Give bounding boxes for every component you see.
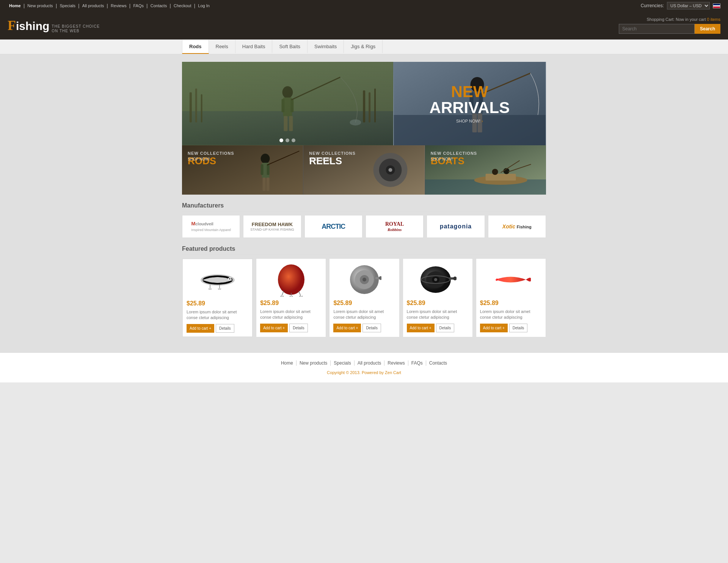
product-3-details[interactable]: Details (362, 324, 381, 332)
nav-rods[interactable]: Rods (182, 40, 209, 54)
manufacturer-arctic[interactable]: ARCTIC (304, 215, 362, 238)
topbar-specials[interactable]: Specials (60, 3, 75, 8)
hero-arrow: › (482, 119, 483, 123)
product-4-price: $25.89 (407, 300, 469, 307)
manufacturer-xotic[interactable]: Xotic Fishing (488, 215, 546, 238)
hero-main-image (182, 62, 393, 145)
product-4-details[interactable]: Details (436, 324, 455, 332)
svg-rect-3 (195, 88, 197, 122)
product-1-price: $25.89 (187, 300, 248, 307)
header: Fishing THE BIGGEST CHOICE ON THE WEB Sh… (0, 11, 728, 39)
nav-reels[interactable]: Reels (209, 40, 235, 53)
collection-boats-shop: SHOP NOW! › (431, 157, 546, 161)
footer-new-products[interactable]: New products (297, 360, 331, 366)
search-button[interactable]: Search (695, 24, 720, 34)
manufacturer-cloudveil[interactable]: Mcloudveil Inspired Mountain Apparel (182, 215, 240, 238)
svg-point-52 (278, 264, 304, 295)
footer-home[interactable]: Home (278, 360, 297, 366)
hero-dot-2[interactable] (286, 138, 289, 142)
cloudveil-logo: Mcloudveil Inspired Mountain Apparel (191, 221, 231, 232)
footer-specials[interactable]: Specials (331, 360, 354, 366)
svg-line-55 (299, 291, 301, 296)
product-2-price: $25.89 (260, 300, 322, 307)
product-5-details[interactable]: Details (509, 324, 528, 332)
manufacturer-freedomhawk[interactable]: FREEDOM HAWK STAND-UP KAYAK FISHING (243, 215, 301, 238)
reel-dark-svg (419, 264, 457, 295)
manufacturers-list: Mcloudveil Inspired Mountain Apparel FRE… (182, 215, 546, 238)
svg-point-37 (389, 168, 392, 172)
manufacturer-royal[interactable]: ROYAL Robbins (366, 215, 424, 238)
nav-jigs-rigs[interactable]: Jigs & Rigs (344, 40, 383, 53)
currencies-label: Currencies: (641, 3, 664, 8)
topbar-new-products[interactable]: New products (27, 3, 53, 8)
bait-svg (276, 263, 306, 297)
topbar-contacts[interactable]: Contacts (151, 3, 167, 8)
nav-soft-baits[interactable]: Soft Baits (272, 40, 308, 53)
footer-nav: Home New products Specials All products … (8, 360, 720, 366)
svg-point-42 (492, 169, 498, 175)
product-4-add-cart[interactable]: Add to cart + (407, 324, 435, 332)
topbar-home[interactable]: Home (9, 3, 21, 8)
footer-contacts[interactable]: Contacts (426, 360, 450, 366)
tagline-line1: THE BIGGEST CHOICE (52, 24, 100, 29)
cart-items-link[interactable]: 0 items (707, 17, 720, 22)
hero-dot-1[interactable] (279, 138, 283, 142)
footer-reviews[interactable]: Reviews (384, 360, 408, 366)
collection-boats[interactable]: NEW COLLECTIONS BOATS SHOP NOW! › (425, 145, 546, 195)
product-5-add-cart[interactable]: Add to cart + (480, 324, 508, 332)
svg-rect-41 (485, 174, 516, 181)
product-1-add-cart[interactable]: Add to cart + (187, 324, 214, 333)
collection-rods-shop: SHOP NOW! › (188, 157, 303, 161)
topbar-faqs[interactable]: FAQs (133, 3, 144, 8)
footer-all-products[interactable]: All products (355, 360, 385, 366)
royal-logo: ROYAL Robbins (385, 221, 404, 232)
svg-line-14 (291, 77, 340, 100)
svg-point-59 (362, 278, 366, 282)
product-3: $25.89 Lorem ipsum dolor sit amet conse … (329, 258, 399, 337)
svg-point-70 (496, 278, 497, 280)
search-input[interactable] (619, 24, 695, 34)
manufacturers-section: Manufacturers Mcloudveil Inspired Mounta… (182, 202, 546, 238)
topbar-reviews[interactable]: Reviews (111, 3, 127, 8)
hero-dot-3[interactable] (292, 138, 295, 142)
svg-rect-5 (363, 90, 365, 123)
product-2: $25.89 Lorem ipsum dolor sit amet conse … (256, 258, 326, 337)
product-1-details[interactable]: Details (216, 324, 234, 333)
arctic-logo: ARCTIC (322, 223, 345, 231)
manufacturer-patagonia[interactable]: patagonia (427, 215, 485, 238)
nav-swimbaits[interactable]: Swimbaits (308, 40, 344, 53)
svg-rect-13 (289, 116, 293, 131)
product-1: $25.89 Lorem ipsum dolor sit amet conse … (182, 258, 253, 337)
product-4-desc: Lorem ipsum dolor sit amet conse ctetur … (407, 309, 469, 321)
hero-side-banner[interactable]: NEW ARRIVALS SHOP NOW! › (393, 62, 546, 145)
svg-point-49 (229, 278, 231, 280)
tagline-line2: ON THE WEB (52, 29, 100, 33)
collection-rods[interactable]: NEW COLLECTIONS RODS SHOP NOW! › (182, 145, 303, 195)
cart-label: Shopping Cart: (647, 17, 675, 22)
svg-rect-9 (283, 98, 292, 116)
currency-select[interactable]: US Dollar – USD (667, 2, 710, 9)
topbar-login[interactable]: Log In (198, 3, 210, 8)
hero-main-banner[interactable] (182, 62, 393, 145)
xotic-logo: Xotic Fishing (502, 223, 532, 230)
manufacturers-title: Manufacturers (182, 202, 546, 211)
footer-faqs[interactable]: FAQs (408, 360, 426, 366)
svg-point-68 (453, 277, 457, 280)
nav-list: Rods Reels Hard Baits Soft Baits Swimbai… (182, 40, 546, 54)
nav-hard-baits[interactable]: Hard Baits (235, 40, 273, 53)
product-2-details[interactable]: Details (289, 324, 308, 332)
product-3-add-cart[interactable]: Add to cart + (333, 324, 361, 332)
product-2-desc: Lorem ipsum dolor sit amet conse ctetur … (260, 309, 322, 321)
logo[interactable]: Fishing (8, 17, 49, 33)
product-5-image (480, 263, 542, 297)
product-2-add-cart[interactable]: Add to cart + (260, 324, 288, 332)
hero-new-label: NEW (430, 84, 510, 100)
topbar-checkout[interactable]: Checkout (174, 3, 191, 8)
cart-status: Now in your cart (676, 17, 706, 22)
product-3-image (333, 263, 395, 297)
hero-shop-now-text: SHOP NOW! (456, 119, 480, 123)
product-1-desc: Lorem ipsum dolor sit amet conse ctetur … (187, 309, 248, 321)
product-5-desc: Lorem ipsum dolor sit amet conse ctetur … (480, 309, 542, 321)
collection-reels[interactable]: NEW COLLECTIONS REELS SHOP NOW! › (303, 145, 424, 195)
topbar-all-products[interactable]: All products (82, 3, 104, 8)
